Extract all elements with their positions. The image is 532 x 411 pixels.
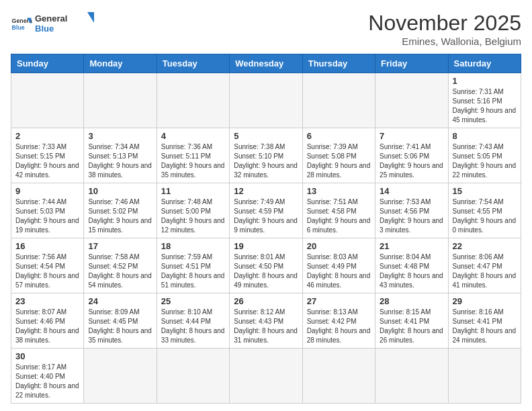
calendar-day-cell — [84, 349, 157, 404]
day-number: 19 — [234, 241, 298, 251]
day-number: 21 — [380, 241, 443, 251]
calendar-week-row: 30Sunrise: 8:17 AM Sunset: 4:40 PM Dayli… — [11, 349, 521, 404]
calendar-day-cell: 17Sunrise: 7:58 AM Sunset: 4:52 PM Dayli… — [84, 238, 157, 293]
calendar-table: SundayMondayTuesdayWednesdayThursdayFrid… — [11, 54, 521, 404]
calendar-day-cell: 20Sunrise: 8:03 AM Sunset: 4:49 PM Dayli… — [302, 238, 375, 293]
day-number: 23 — [15, 296, 79, 306]
day-number: 24 — [88, 296, 152, 306]
calendar-day-cell — [230, 73, 302, 128]
day-number: 15 — [453, 186, 517, 196]
day-info: Sunrise: 7:31 AM Sunset: 5:16 PM Dayligh… — [453, 87, 517, 125]
calendar-week-row: 1Sunrise: 7:31 AM Sunset: 5:16 PM Daylig… — [11, 73, 521, 128]
calendar-day-cell: 3Sunrise: 7:34 AM Sunset: 5:13 PM Daylig… — [84, 128, 157, 183]
weekday-header-row: SundayMondayTuesdayWednesdayThursdayFrid… — [11, 54, 521, 73]
day-info: Sunrise: 8:15 AM Sunset: 4:41 PM Dayligh… — [380, 308, 443, 345]
day-info: Sunrise: 7:41 AM Sunset: 5:06 PM Dayligh… — [380, 142, 443, 180]
calendar-week-row: 2Sunrise: 7:33 AM Sunset: 5:15 PM Daylig… — [11, 128, 521, 183]
day-number: 6 — [307, 131, 371, 141]
day-info: Sunrise: 7:36 AM Sunset: 5:11 PM Dayligh… — [161, 142, 225, 180]
day-info: Sunrise: 7:51 AM Sunset: 4:58 PM Dayligh… — [307, 197, 371, 235]
calendar-day-cell: 25Sunrise: 8:10 AM Sunset: 4:44 PM Dayli… — [157, 293, 229, 349]
calendar-week-row: 9Sunrise: 7:44 AM Sunset: 5:03 PM Daylig… — [11, 183, 521, 238]
weekday-header-monday: Monday — [84, 54, 157, 73]
day-number: 8 — [453, 131, 517, 141]
calendar-day-cell: 2Sunrise: 7:33 AM Sunset: 5:15 PM Daylig… — [11, 128, 84, 183]
day-number: 16 — [15, 241, 79, 251]
calendar-day-cell: 11Sunrise: 7:48 AM Sunset: 5:00 PM Dayli… — [157, 183, 229, 238]
calendar-body: 1Sunrise: 7:31 AM Sunset: 5:16 PM Daylig… — [11, 73, 521, 404]
day-number: 20 — [307, 241, 371, 251]
day-number: 14 — [380, 186, 443, 196]
calendar-day-cell: 28Sunrise: 8:15 AM Sunset: 4:41 PM Dayli… — [375, 293, 448, 349]
location-title: Emines, Wallonia, Belgium — [368, 36, 521, 47]
calendar-day-cell — [302, 349, 375, 404]
day-number: 26 — [234, 296, 298, 306]
day-number: 22 — [453, 241, 517, 251]
svg-text:Blue: Blue — [35, 24, 54, 34]
day-info: Sunrise: 8:13 AM Sunset: 4:42 PM Dayligh… — [307, 308, 371, 345]
weekday-header-saturday: Saturday — [448, 54, 521, 73]
day-info: Sunrise: 7:54 AM Sunset: 4:55 PM Dayligh… — [453, 197, 517, 235]
day-info: Sunrise: 7:34 AM Sunset: 5:13 PM Dayligh… — [88, 142, 152, 180]
logo: General Blue General Blue — [11, 11, 95, 38]
day-info: Sunrise: 8:12 AM Sunset: 4:43 PM Dayligh… — [234, 308, 298, 345]
calendar-day-cell: 10Sunrise: 7:46 AM Sunset: 5:02 PM Dayli… — [84, 183, 157, 238]
calendar-day-cell: 26Sunrise: 8:12 AM Sunset: 4:43 PM Dayli… — [230, 293, 302, 349]
day-info: Sunrise: 8:09 AM Sunset: 4:45 PM Dayligh… — [88, 308, 152, 345]
day-number: 9 — [15, 186, 79, 196]
day-info: Sunrise: 7:33 AM Sunset: 5:15 PM Dayligh… — [15, 142, 79, 180]
svg-text:General: General — [35, 13, 67, 24]
day-number: 27 — [307, 296, 371, 306]
svg-marker-5 — [87, 12, 94, 23]
calendar-day-cell: 19Sunrise: 8:01 AM Sunset: 4:50 PM Dayli… — [230, 238, 302, 293]
svg-text:Blue: Blue — [12, 24, 25, 31]
weekday-header-tuesday: Tuesday — [157, 54, 229, 73]
day-number: 17 — [88, 241, 152, 251]
calendar-day-cell — [302, 73, 375, 128]
calendar-day-cell — [11, 73, 84, 128]
day-number: 1 — [453, 76, 517, 86]
calendar-day-cell: 5Sunrise: 7:38 AM Sunset: 5:10 PM Daylig… — [230, 128, 302, 183]
day-number: 29 — [453, 296, 517, 306]
day-info: Sunrise: 7:38 AM Sunset: 5:10 PM Dayligh… — [234, 142, 298, 180]
calendar-day-cell: 12Sunrise: 7:49 AM Sunset: 4:59 PM Dayli… — [230, 183, 302, 238]
day-info: Sunrise: 8:16 AM Sunset: 4:41 PM Dayligh… — [453, 308, 517, 345]
calendar-day-cell — [230, 349, 302, 404]
day-info: Sunrise: 7:49 AM Sunset: 4:59 PM Dayligh… — [234, 197, 298, 235]
calendar-week-row: 16Sunrise: 7:56 AM Sunset: 4:54 PM Dayli… — [11, 238, 521, 293]
calendar-header: SundayMondayTuesdayWednesdayThursdayFrid… — [11, 54, 521, 73]
day-number: 18 — [161, 241, 225, 251]
calendar-day-cell: 6Sunrise: 7:39 AM Sunset: 5:08 PM Daylig… — [302, 128, 375, 183]
month-title: November 2025 — [368, 11, 521, 36]
calendar-day-cell — [375, 349, 448, 404]
calendar-day-cell: 13Sunrise: 7:51 AM Sunset: 4:58 PM Dayli… — [302, 183, 375, 238]
logo-svg: General Blue — [35, 11, 95, 35]
day-info: Sunrise: 7:39 AM Sunset: 5:08 PM Dayligh… — [307, 142, 371, 180]
day-info: Sunrise: 7:43 AM Sunset: 5:05 PM Dayligh… — [453, 142, 517, 180]
calendar-day-cell — [157, 349, 229, 404]
day-info: Sunrise: 7:59 AM Sunset: 4:51 PM Dayligh… — [161, 253, 225, 290]
calendar-day-cell: 14Sunrise: 7:53 AM Sunset: 4:56 PM Dayli… — [375, 183, 448, 238]
day-number: 25 — [161, 296, 225, 306]
weekday-header-friday: Friday — [375, 54, 448, 73]
calendar-day-cell: 1Sunrise: 7:31 AM Sunset: 5:16 PM Daylig… — [448, 73, 521, 128]
calendar-day-cell: 30Sunrise: 8:17 AM Sunset: 4:40 PM Dayli… — [11, 349, 84, 404]
calendar-day-cell: 29Sunrise: 8:16 AM Sunset: 4:41 PM Dayli… — [448, 293, 521, 349]
day-info: Sunrise: 7:46 AM Sunset: 5:02 PM Dayligh… — [88, 197, 152, 235]
calendar-day-cell: 24Sunrise: 8:09 AM Sunset: 4:45 PM Dayli… — [84, 293, 157, 349]
day-number: 30 — [15, 351, 79, 361]
calendar-day-cell: 8Sunrise: 7:43 AM Sunset: 5:05 PM Daylig… — [448, 128, 521, 183]
day-info: Sunrise: 7:48 AM Sunset: 5:00 PM Dayligh… — [161, 197, 225, 235]
calendar-day-cell: 27Sunrise: 8:13 AM Sunset: 4:42 PM Dayli… — [302, 293, 375, 349]
weekday-header-thursday: Thursday — [302, 54, 375, 73]
calendar-day-cell: 7Sunrise: 7:41 AM Sunset: 5:06 PM Daylig… — [375, 128, 448, 183]
calendar-day-cell — [375, 73, 448, 128]
calendar-day-cell — [84, 73, 157, 128]
day-number: 5 — [234, 131, 298, 141]
weekday-header-wednesday: Wednesday — [230, 54, 302, 73]
calendar-day-cell — [157, 73, 229, 128]
calendar-day-cell: 23Sunrise: 8:07 AM Sunset: 4:46 PM Dayli… — [11, 293, 84, 349]
calendar-day-cell: 15Sunrise: 7:54 AM Sunset: 4:55 PM Dayli… — [448, 183, 521, 238]
day-number: 7 — [380, 131, 443, 141]
calendar-day-cell: 9Sunrise: 7:44 AM Sunset: 5:03 PM Daylig… — [11, 183, 84, 238]
